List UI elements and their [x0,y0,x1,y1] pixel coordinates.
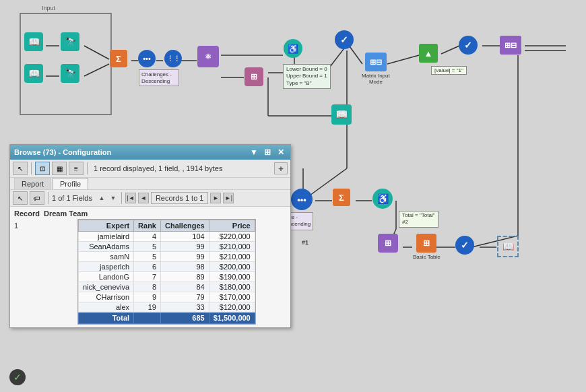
fields-info: 1 of 1 Fields [52,194,92,202]
next-btn[interactable]: ► [210,193,221,203]
table-row: SeanAdams599$210,000 [79,242,255,252]
total-label: Total = "Total"#2 [399,211,438,228]
panel-titlebar: Browse (73) - Configuration ▼ ⊞ ✕ [10,145,290,160]
check-node-2[interactable]: ✓ [459,36,478,55]
table-row: samN599$210,000 [79,252,255,262]
person-node-1[interactable]: ♿ [284,39,302,58]
record-col-label: Record [14,209,41,218]
close-icon[interactable]: ✕ [275,147,286,158]
challenges-label: Challenges - Descending [139,69,179,86]
tab-report[interactable]: Report [14,178,51,189]
cell-0: jasperlch [79,262,134,272]
check-node-1[interactable]: ✓ [335,30,354,49]
cell-3: $210,000 [209,252,255,262]
records-range: Records 1 to 1 [151,192,209,204]
inner-table-container: Expert Rank Challenges Price jamielaird4… [77,219,256,325]
cell-1: 5 [134,252,161,262]
col-rank: Rank [134,220,161,232]
last-btn[interactable]: ►| [223,193,234,203]
browse-panel: Browse (73) - Configuration ▼ ⊞ ✕ ↖ ⊡ ▦ … [9,144,291,328]
table-row: alex1933$120,000 [79,302,255,313]
cell-3: $210,000 [209,242,255,252]
cell-0: jamielaird [79,232,134,242]
data-area: Record Dream Team 1 Expert Rank Challeng… [10,207,290,327]
column-headers: Record Dream Team [14,209,286,218]
grid-view-1[interactable]: ⊡ [35,162,50,175]
cell-3: $220,000 [209,232,255,242]
table-footer: Total685$1,500,000 [79,313,255,324]
sort-asc-icon[interactable]: ▲ [97,193,106,203]
sum-node-2[interactable]: Σ [333,189,350,206]
hash1-label: #1 [302,239,308,246]
col-expert: Expert [79,220,134,232]
col-price: Price [209,220,255,232]
svg-line-3 [84,46,109,59]
first-btn[interactable]: |◄ [125,193,136,203]
footer-cell-3: $1,500,000 [209,313,255,324]
check-icon: ✓ [13,372,22,383]
check-node-3[interactable]: ✓ [455,236,474,255]
sum-node-1[interactable]: Σ [110,50,127,67]
tab-profile[interactable]: Profile [53,178,88,189]
cell-0: CHarrison [79,292,134,302]
purple-multi-node[interactable]: ⊞ [245,67,263,86]
grid-view-3[interactable]: ≡ [69,162,84,175]
cell-2: 33 [161,302,209,313]
cell-1: 5 [134,242,161,252]
chevron-down-icon[interactable]: ▼ [249,147,259,158]
person-node-2[interactable]: ♿ [372,189,393,209]
pointer-tool[interactable]: ↖ [13,191,28,205]
value-eq-box: [value] = "1" [431,66,467,75]
cell-3: $200,000 [209,262,255,272]
purple-filter-node[interactable]: ⊞⊟ [500,36,521,55]
binoculars-node-2[interactable]: 🔭 [61,64,79,83]
tag-tool[interactable]: 🏷 [30,191,44,205]
browse-node-dotted[interactable]: 📖 [497,236,519,257]
add-column-btn[interactable]: + [274,162,288,174]
cell-2: 98 [161,262,209,272]
purple-cluster-node[interactable]: ⚛ [197,46,219,67]
split-node[interactable]: ⋮⋮ [164,50,182,67]
record-number: 1 [14,219,41,230]
footer-cell-0: Total [79,313,134,324]
cell-2: 84 [161,282,209,292]
panel-tabs: Report Profile [10,178,290,190]
panel-nav: ↖ 🏷 1 of 1 Fields ▲ ▼ |◄ ◄ Records 1 to … [10,190,290,207]
cell-3: $180,000 [209,282,255,292]
svg-line-13 [387,55,419,64]
nav-sep [48,192,48,204]
cell-1: 19 [134,302,161,313]
purple-join-node[interactable]: ⊞ [378,234,398,253]
dots-node-large[interactable]: ••• [291,189,313,210]
dots-node-1[interactable]: ••• [138,50,156,67]
cell-2: 99 [161,252,209,262]
matrix-node[interactable]: ⊞⊟ Matrix InputMode [362,53,390,85]
dream-team-label: Dream Team [44,209,88,218]
footer-cell-2: 685 [161,313,209,324]
cursor-tool[interactable]: ↖ [13,162,28,175]
grid-view-2[interactable]: ▦ [52,162,67,175]
bottom-check-btn[interactable]: ✓ [9,369,26,385]
cell-3: $190,000 [209,272,255,282]
cell-1: 9 [134,292,161,302]
cell-0: LandonG [79,272,134,282]
cell-1: 7 [134,272,161,282]
table-body: jamielaird4104$220,000SeanAdams599$210,0… [79,232,255,313]
cell-0: alex [79,302,134,313]
restore-icon[interactable]: ⊞ [262,147,273,158]
prev-btn[interactable]: ◄ [138,193,149,203]
binoculars-node-1[interactable]: 🔭 [61,32,79,51]
svg-line-14 [441,46,459,54]
cell-0: samN [79,252,134,262]
svg-line-4 [84,64,109,76]
sort-desc-icon[interactable]: ▼ [108,193,118,203]
cell-2: 79 [161,292,209,302]
book-node-2[interactable]: 📖 [24,64,43,83]
triangle-node[interactable]: ▲ [419,44,438,63]
table-node[interactable]: ⊞ Basic Table [413,234,441,260]
input-label: Input [42,5,56,11]
browse-node-1[interactable]: 📖 [331,104,352,125]
book-node-1[interactable]: 📖 [24,32,43,51]
panel-title: Browse (73) - Configuration [14,148,111,156]
record-row: 1 Expert Rank Challenges Price jamielair… [14,219,286,325]
